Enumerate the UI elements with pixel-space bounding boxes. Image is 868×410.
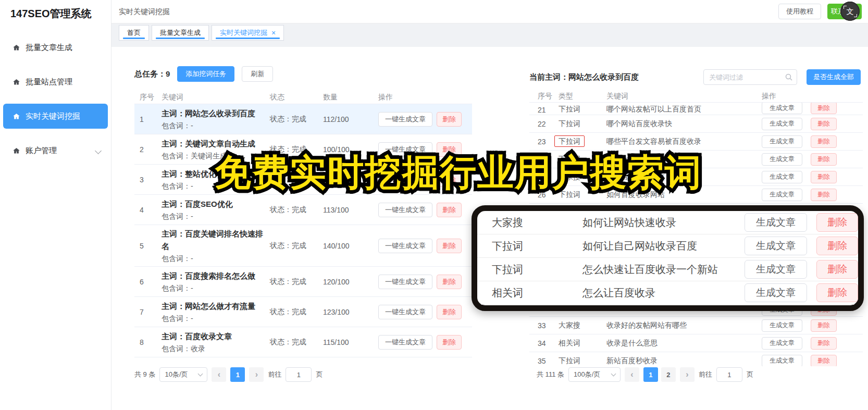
delete-button[interactable]: 删除	[816, 213, 858, 232]
page-number[interactable]: 1	[230, 367, 245, 382]
keyword-index: 25	[529, 173, 559, 181]
next-page-button[interactable]: ›	[680, 367, 695, 382]
prev-page-button[interactable]: ‹	[212, 367, 226, 382]
sidebar-item-label: 实时关键词挖掘	[26, 111, 80, 121]
refresh-button[interactable]: 刷新	[242, 66, 273, 82]
sidebar-item[interactable]: 批量站点管理	[3, 69, 108, 94]
keyword-text: 新站百度秒收录	[606, 356, 762, 366]
task-index: 2	[134, 145, 162, 154]
task-keyword: 主词：关键词文章自动生成 包含词：关键词生成	[162, 138, 270, 161]
task-main-word: 主词：百度关键词排名快速排名	[162, 228, 270, 253]
home-icon	[13, 44, 20, 52]
keyword-index: 21	[529, 106, 559, 114]
sidebar-item[interactable]: 批量文章生成	[3, 35, 108, 60]
delete-button[interactable]: 删除	[437, 203, 462, 217]
generate-article-button[interactable]: 生成文章	[762, 135, 802, 148]
task-actions: 一键生成文章 删除	[378, 239, 472, 253]
tab[interactable]: 批量文章生成 ×	[152, 25, 209, 41]
sidebar-menu: 批量文章生成 批量站点管理 实时关键词挖掘 账户管理	[0, 28, 111, 163]
generate-article-button[interactable]: 一键生成文章	[378, 335, 432, 350]
task-actions: 一键生成文章 删除	[378, 275, 472, 289]
delete-button[interactable]: 删除	[811, 171, 837, 183]
generate-article-button[interactable]: 生成文章	[762, 153, 802, 166]
generate-all-button[interactable]: 是否生成全部	[807, 69, 861, 85]
keyword-type: 下拉词	[559, 105, 580, 113]
task-quantity: 100/100	[323, 145, 378, 154]
task-keyword: 主词：百度搜索排名怎么做 包含词：-	[162, 270, 270, 294]
task-main-word: 主词：百度SEO优化	[162, 198, 270, 210]
delete-button[interactable]: 删除	[811, 189, 837, 201]
close-icon[interactable]: ×	[271, 29, 276, 37]
tab[interactable]: 首页 ×	[119, 25, 149, 41]
col-quantity: 数量	[323, 93, 378, 102]
page-size-select[interactable]: 10条/页	[159, 367, 207, 382]
delete-button[interactable]: 删除	[437, 305, 462, 319]
delete-button[interactable]: 删除	[437, 172, 462, 187]
generate-article-button[interactable]: 一键生成文章	[378, 203, 432, 217]
goto-page-input[interactable]	[286, 367, 312, 382]
page-size-select[interactable]: 100条/页	[568, 367, 621, 382]
generate-article-button[interactable]: 一键生成文章	[378, 172, 432, 187]
task-actions: 一键生成文章 删除	[378, 203, 472, 217]
page-number[interactable]: 2	[661, 367, 676, 382]
task-main-word: 主词：网站怎么做才有流量	[162, 300, 270, 313]
generate-article-button[interactable]: 一键生成文章	[378, 275, 432, 289]
page-number[interactable]: 1	[643, 367, 658, 382]
delete-button[interactable]: 删除	[816, 283, 858, 302]
keyword-row: 24 下拉词 如何让百度收录 生成文章 删除	[529, 151, 863, 168]
total-count: 共 111 条	[537, 370, 564, 379]
sidebar-item[interactable]: 账户管理	[3, 138, 108, 163]
goto-page-input[interactable]	[716, 367, 742, 382]
generate-article-button[interactable]: 生成文章	[762, 337, 802, 350]
delete-button[interactable]: 删除	[811, 103, 837, 114]
task-actions: 一键生成文章 删除	[378, 142, 472, 157]
task-index: 8	[134, 338, 162, 346]
delete-button[interactable]: 删除	[811, 135, 837, 148]
prev-page-button[interactable]: ‹	[625, 367, 639, 382]
generate-article-button[interactable]: 一键生成文章	[378, 305, 432, 319]
sidebar-item[interactable]: 实时关键词挖掘	[3, 104, 108, 129]
delete-button[interactable]: 删除	[811, 337, 837, 350]
generate-article-button[interactable]: 生成文章	[762, 103, 802, 114]
generate-article-button[interactable]: 生成文章	[762, 118, 802, 130]
generate-article-button[interactable]: 一键生成文章	[378, 112, 432, 127]
generate-article-button[interactable]: 生成文章	[745, 213, 807, 232]
next-page-button[interactable]: ›	[249, 367, 264, 382]
delete-button[interactable]: 删除	[811, 355, 837, 367]
zoomed-keyword-row: 大家搜 如何让网站快速收录 生成文章 删除	[477, 211, 858, 234]
delete-button[interactable]: 删除	[816, 260, 858, 279]
keyword-text: 哪个网站百度收录快	[606, 119, 762, 129]
delete-button[interactable]: 删除	[437, 239, 462, 253]
delete-button[interactable]: 删除	[437, 142, 462, 157]
generate-article-button[interactable]: 生成文章	[745, 237, 807, 255]
tab[interactable]: 实时关键词挖掘 ×	[212, 25, 284, 41]
tutorial-button[interactable]: 使用教程	[778, 4, 821, 19]
generate-article-button[interactable]: 生成文章	[762, 189, 802, 201]
translate-icon[interactable]: 文	[840, 2, 860, 21]
keyword-index: 26	[529, 191, 559, 199]
add-task-button[interactable]: 添加挖词任务	[177, 66, 234, 82]
generate-article-button[interactable]: 生成文章	[762, 171, 802, 183]
generate-article-button[interactable]: 生成文章	[745, 260, 807, 279]
delete-button[interactable]: 删除	[437, 275, 462, 289]
task-keyword: 主词：百度SEO优化 包含词：-	[162, 198, 270, 222]
keyword-filter-input[interactable]	[703, 69, 797, 85]
generate-article-button[interactable]: 生成文章	[762, 355, 802, 367]
delete-button[interactable]: 删除	[437, 335, 462, 350]
generate-article-button[interactable]: 一键生成文章	[378, 239, 432, 253]
generate-article-button[interactable]: 生成文章	[762, 319, 802, 332]
col-index: 序号	[134, 93, 162, 102]
delete-button[interactable]: 删除	[811, 153, 837, 166]
delete-button[interactable]: 删除	[816, 237, 858, 255]
delete-button[interactable]: 删除	[437, 112, 462, 127]
keyword-type: 下拉词	[559, 155, 580, 163]
tab-label: 实时关键词挖掘	[220, 28, 267, 38]
generate-article-button[interactable]: 生成文章	[745, 283, 807, 302]
task-main-word: 主词：整站优化	[162, 168, 270, 180]
keyword-text: 收录是什么意思	[606, 339, 762, 348]
topbar: 实时关键词挖掘 使用教程 联系客服 文	[111, 0, 868, 23]
generate-article-button[interactable]: 一键生成文章	[378, 142, 432, 157]
delete-button[interactable]: 删除	[811, 319, 837, 332]
delete-button[interactable]: 删除	[811, 118, 837, 130]
zoomed-keyword-row: 相关词 怎么让百度收录 生成文章 删除	[477, 281, 858, 305]
